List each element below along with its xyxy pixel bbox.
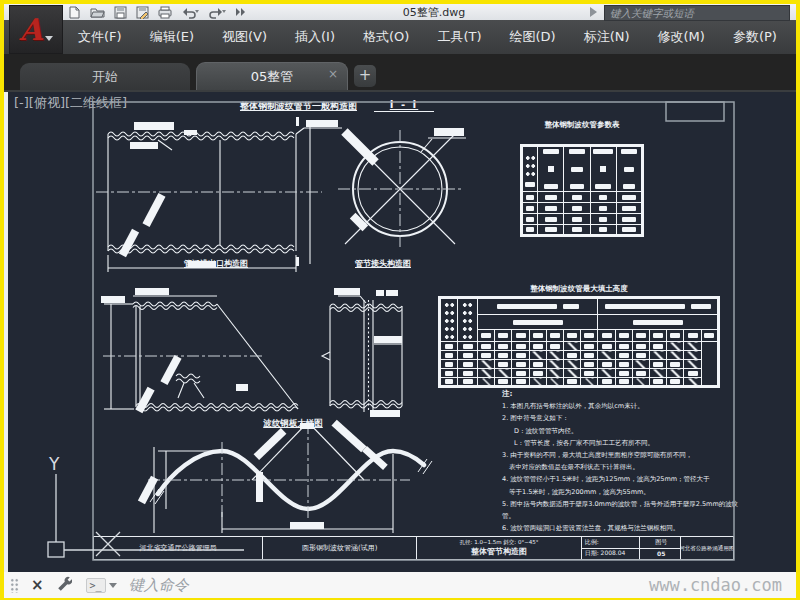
titleblock-org: 河北省交通厅公路管理局 [94,537,263,559]
titleblock-series: 河北省公路桥涵通用图 [681,537,733,559]
titleblock-sheet-title: 整体管节构造图 [471,546,527,557]
note-line: 2. 图中符号意义如下： [502,412,740,424]
titleblock-no-label: 图号 [640,537,680,548]
note-line: 5. 图中括号内数据适用于壁厚3.0mm的波纹管，括号外适用于壁厚2.5mm的波… [502,498,740,522]
note-line: L：管节长度，按各厂家不同加工工艺有所不同。 [502,437,740,449]
menu-insert[interactable]: 插入(I) [295,28,335,46]
label-param-table-title: 整体钢制波纹管参数表 [514,120,650,130]
menu-draw[interactable]: 绘图(D) [510,28,556,46]
new-file-icon[interactable] [68,6,81,19]
drawing-notes: 注: 1. 本图凡有括号标注的以外，其余均以cm来计。 2. 图中符号意义如下：… [502,388,740,534]
close-command-icon[interactable]: × [31,578,44,593]
titleblock-scale: 比例: [582,537,639,548]
tab-close-icon[interactable]: × [328,68,338,80]
redo-icon[interactable] [208,6,226,19]
menu-modify[interactable]: 修改(M) [658,28,705,46]
tab-start[interactable]: 开始 [20,63,190,90]
command-prompt[interactable]: >_ [86,578,117,593]
save-icon[interactable] [114,6,127,19]
titleblock-project: 圆形钢制波纹管涵(试用) [263,537,417,559]
chevron-down-icon[interactable] [109,583,117,588]
titleblock-spec: 孔径: 1.0~1.5m 斜交: 0°~45° [460,539,539,546]
file-tab-bar: 开始 05整管 × + [4,54,796,92]
menu-parametric[interactable]: 参数(P) [733,28,777,46]
app-menu-button[interactable]: A [9,5,63,54]
note-line: 3. 由于资料的不同，最大填土高度时里面相序空隙可能有所不同， [502,449,740,461]
note-line: D：波纹管管节内径。 [502,425,740,437]
note-line: 1. 本图凡有括号标注的以外，其余均以cm来计。 [502,400,740,412]
plot-icon[interactable] [158,6,172,19]
search-box [604,5,790,21]
note-line: 6. 波纹管两端洞口处需设置法兰盘，其规格与法兰钢板相同。 [502,522,740,534]
label-fill-table-title: 整体钢制波纹管最大填土高度 [460,284,698,294]
autocad-logo-icon: A [19,15,42,45]
ucs-y-label: Y [48,454,60,474]
menu-tools[interactable]: 工具(T) [437,28,481,46]
app-window: A 05整管.dwg 文件(F) 编辑(E) 视图(V) 插入(I) 格式(O)… [0,0,800,600]
menu-bar: 文件(F) 编辑(E) 视图(V) 插入(I) 格式(O) 工具(T) 绘图(D… [4,20,796,54]
titleblock-no-value: 05 [640,548,680,560]
quick-access-toolbar [68,6,247,19]
more-icon[interactable] [235,7,247,17]
save-as-icon[interactable] [136,6,149,19]
command-input[interactable] [127,575,431,595]
label-outlet: 管涵进出口构造图 [154,258,278,269]
note-line: 4. 波纹管管径小于1.5米时，波距为125mm，波高为25mm；管径大于 [502,473,740,485]
chevron-down-icon [45,36,53,41]
search-input[interactable] [605,7,789,19]
menu-dimension[interactable]: 标注(N) [584,28,630,46]
title-block: 河北省交通厅公路管理局 圆形钢制波纹管涵(试用) 孔径: 1.0~1.5m 斜交… [93,536,734,560]
dim-text-blobs [101,117,464,529]
drag-grip-icon[interactable] [10,578,19,593]
tab-active-label: 05整管 [251,68,294,86]
prompt-icon: >_ [86,578,106,593]
notes-title: 注: [502,388,740,400]
menu-file[interactable]: 文件(F) [78,28,122,46]
play-arrow-icon[interactable] [590,7,597,17]
note-line: 表中对应的数值是在最不利状态下计算得出。 [502,461,740,473]
watermark: www.cndao.com [649,575,782,595]
note-line: 等于1.5米时，波距为200mm，波高为55mm。 [502,486,740,498]
title-bar: A 05整管.dwg [4,4,796,20]
tab-05zhengguan[interactable]: 05整管 × [196,62,348,90]
open-folder-icon[interactable] [90,6,105,19]
label-section-ii: I - I [374,99,434,112]
drawing-canvas[interactable]: [-][俯视][二维线框] 整体钢制波纹管节一般构造图 I - I 整体钢制波纹… [4,92,796,572]
titleblock-date: 日期: 2008.04 [582,548,639,560]
label-plate-detail: 波纹钢板大样图 [230,418,356,430]
param-table [520,144,644,237]
wrench-icon[interactable] [56,575,72,595]
menu-view[interactable]: 视图(V) [222,28,267,46]
menu-edit[interactable]: 编辑(E) [150,28,194,46]
viewport-controls[interactable]: [-][俯视][二维线框] [14,94,127,112]
undo-icon[interactable] [181,6,199,19]
command-bar: × >_ www.cndao.com [4,572,796,598]
fill-height-table [438,296,720,388]
new-tab-button[interactable]: + [354,65,376,87]
label-joint: 管节接头构造图 [328,258,438,269]
document-title: 05整管.dwg [304,5,564,20]
tab-start-label: 开始 [92,68,118,86]
menu-format[interactable]: 格式(O) [363,28,409,46]
